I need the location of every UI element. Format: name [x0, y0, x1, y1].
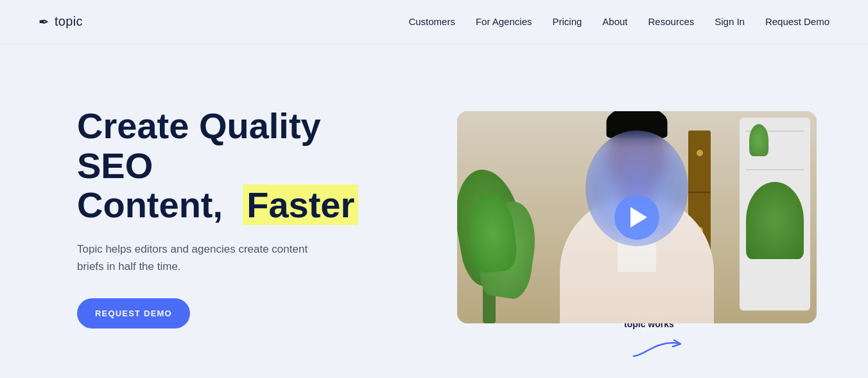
- nav-item-for-agencies[interactable]: For Agencies: [476, 16, 532, 27]
- play-button[interactable]: [614, 195, 659, 240]
- hero-content: Create Quality SEO Content, Faster Topic…: [77, 106, 385, 328]
- nav: Customers For Agencies Pricing About Res…: [408, 16, 829, 27]
- nav-item-customers[interactable]: Customers: [408, 16, 455, 27]
- hero-section: Create Quality SEO Content, Faster Topic…: [0, 44, 868, 378]
- play-icon: [630, 207, 647, 228]
- hero-title-line1: Create Quality SEO: [77, 105, 321, 186]
- request-demo-button[interactable]: REQUEST DEMO: [77, 298, 190, 328]
- nav-item-signin[interactable]: Sign In: [715, 16, 745, 27]
- logo-icon: ✒: [39, 14, 49, 30]
- nav-item-resources[interactable]: Resources: [648, 16, 695, 27]
- plant-left: [476, 156, 560, 323]
- hero-title: Create Quality SEO Content, Faster: [77, 106, 385, 225]
- hero-title-highlight: Faster: [243, 184, 358, 225]
- caption-arrow: [630, 334, 688, 362]
- hero-title-line2-prefix: Content,: [77, 184, 223, 225]
- shelf-right: [740, 118, 810, 310]
- logo[interactable]: ✒ topic: [39, 14, 83, 30]
- logo-text: topic: [55, 14, 83, 29]
- nav-item-pricing[interactable]: Pricing: [552, 16, 582, 27]
- nav-item-request-demo[interactable]: Request Demo: [765, 16, 829, 27]
- nav-item-about[interactable]: About: [602, 16, 627, 27]
- hero-video-area: Learn how topic works: [457, 111, 817, 323]
- video-container[interactable]: [457, 111, 817, 323]
- hero-subtitle: Topic helps editors and agencies create …: [77, 240, 308, 275]
- header: ✒ topic Customers For Agencies Pricing A…: [0, 0, 868, 44]
